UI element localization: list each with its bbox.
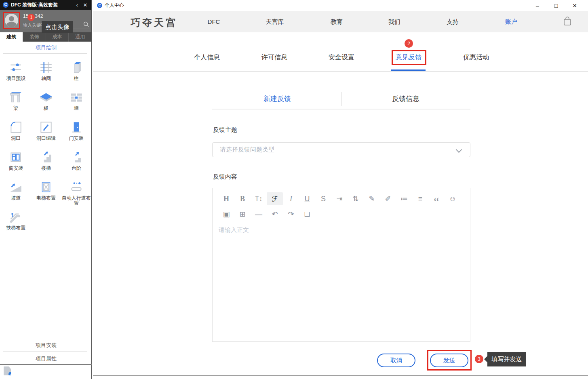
elevator-layout-icon: [39, 180, 53, 194]
nav-item-tiangong-library[interactable]: 天宫库: [266, 18, 284, 26]
feedback-topic-select[interactable]: 请选择反馈问题类型: [212, 142, 470, 157]
tool-stairs[interactable]: 楼梯: [31, 146, 61, 176]
tool-label: 窗安装: [8, 166, 23, 171]
line-height-icon[interactable]: ⇅: [348, 192, 364, 205]
stairs-icon: [39, 150, 53, 164]
search-icon[interactable]: [83, 21, 89, 27]
collapse-panel-button[interactable]: ‹: [74, 2, 80, 8]
indent-icon[interactable]: ⇥: [331, 192, 348, 205]
tab-security-settings[interactable]: 安全设置: [329, 53, 354, 62]
document-settings-icon[interactable]: [4, 366, 11, 375]
tool-slab[interactable]: 板: [31, 86, 61, 116]
tool-beam[interactable]: 梁: [1, 86, 31, 116]
bold-icon[interactable]: B: [234, 192, 251, 205]
tab-cost[interactable]: 成本: [46, 32, 69, 42]
footer-item-project-install[interactable]: 项目安装: [0, 342, 92, 349]
send-button[interactable]: 发送: [430, 354, 468, 367]
window-install-icon: [8, 150, 23, 164]
app-title: DFC 装饰版-高效套装: [11, 2, 58, 8]
align-icon[interactable]: ≡: [412, 192, 428, 205]
tool-project-preset[interactable]: 项目预设: [1, 57, 31, 86]
tool-label: 楼梯: [41, 166, 51, 171]
app-logo-icon: C: [3, 2, 8, 8]
tab-personal-info[interactable]: 个人信息: [194, 53, 220, 62]
rich-text-editor: H B T↕ ℱ I U S ⇥ ⇅ ✎ ✐ ≔ ≡ “ ☺ ▣ ⊞ — ↶: [212, 188, 470, 342]
close-panel-button[interactable]: ✕: [82, 2, 89, 8]
close-button[interactable]: ✕: [565, 2, 584, 9]
image-icon[interactable]: ▣: [218, 208, 234, 221]
underline-icon[interactable]: U: [299, 192, 315, 205]
tool-wall[interactable]: 墙: [61, 86, 91, 116]
nav-item-support[interactable]: 支持: [447, 18, 459, 26]
tool-window-install[interactable]: 窗安装: [1, 146, 31, 176]
tab-promotions[interactable]: 优惠活动: [463, 53, 489, 62]
nav-item-education[interactable]: 教育: [331, 18, 343, 26]
table-icon[interactable]: ⊞: [234, 208, 251, 221]
steps-icon: [69, 150, 84, 164]
escalator-layout-icon: [8, 210, 23, 224]
tab-general[interactable]: 通用: [69, 32, 91, 42]
moving-walkway-icon: [69, 180, 84, 194]
tool-moving-walkway-layout[interactable]: 自动人行道布置: [61, 176, 91, 206]
subtab-underline: [212, 109, 470, 109]
divider: [3, 53, 87, 54]
window-titlebar: C 个人中心 – □ ✕: [93, 0, 588, 11]
avatar-annotation-box: [3, 12, 20, 29]
fullscreen-icon[interactable]: ❏: [299, 208, 315, 221]
tool-label: 洞口编辑: [36, 136, 56, 141]
tool-opening[interactable]: 洞口: [1, 116, 31, 146]
shopping-bag-icon[interactable]: [563, 16, 572, 27]
horizontal-rule-icon[interactable]: —: [251, 208, 267, 221]
divider: [3, 351, 87, 352]
emoji-icon[interactable]: ☺: [445, 192, 461, 205]
tool-opening-edit[interactable]: 洞口编辑: [31, 116, 61, 146]
user-section: 15342 1 点击头像: [0, 10, 91, 32]
nav-item-account[interactable]: 账户: [505, 18, 517, 26]
tool-column[interactable]: 柱: [61, 57, 91, 86]
tool-escalator-layout[interactable]: 扶梯布置: [1, 206, 31, 236]
blockquote-icon[interactable]: “: [428, 190, 445, 208]
font-size-icon[interactable]: T↕: [251, 192, 267, 205]
editor-content-area[interactable]: 请输入正文: [213, 221, 470, 339]
tool-ramp[interactable]: 坡道: [1, 176, 31, 206]
redo-icon[interactable]: ↷: [283, 208, 299, 221]
tool-label: 自动人行道布置: [62, 196, 91, 206]
avatar[interactable]: [5, 14, 18, 27]
cancel-button[interactable]: 取消: [377, 354, 415, 367]
tool-label: 扶梯布置: [6, 225, 25, 231]
format-brush-icon[interactable]: ✐: [380, 192, 396, 205]
account-tabs: 个人信息 许可信息 安全设置 意见反馈 优惠活动 2: [93, 32, 588, 72]
strikethrough-icon[interactable]: S: [315, 192, 331, 205]
tool-label: 柱: [74, 76, 79, 81]
nav-item-dfc[interactable]: DFC: [208, 18, 220, 25]
heading-icon[interactable]: H: [218, 192, 234, 205]
active-tab-underline: [391, 69, 426, 71]
italic-icon[interactable]: I: [283, 192, 299, 205]
tool-elevator-layout[interactable]: 电梯布置: [31, 176, 61, 206]
tool-label: 洞口: [11, 136, 21, 141]
tool-label: 门安装: [69, 136, 84, 141]
minimize-button[interactable]: –: [528, 2, 547, 9]
nav-item-about-us[interactable]: 我们: [388, 18, 400, 26]
maximize-button[interactable]: □: [547, 2, 565, 9]
feedback-content-label: 反馈内容: [213, 173, 237, 181]
screen: C DFC 装饰版-高效套装 ‹ ✕ 15342 1 点击头像: [0, 0, 588, 379]
pen-icon[interactable]: ✎: [364, 192, 380, 205]
subtab-divider: [341, 92, 342, 106]
bullet-list-icon[interactable]: ≔: [396, 192, 412, 205]
window-title: 个人中心: [105, 2, 124, 9]
tab-architecture[interactable]: 建筑: [0, 32, 23, 42]
footer-item-project-properties[interactable]: 项目属性: [0, 355, 92, 362]
tool-door-install[interactable]: 门安装: [61, 116, 91, 146]
subtab-feedback-info[interactable]: 反馈信息: [392, 94, 419, 103]
tool-steps[interactable]: 台阶: [61, 146, 91, 176]
editor-toolbar-row1: H B T↕ ℱ I U S ⇥ ⇅ ✎ ✐ ≔ ≡ “ ☺: [213, 188, 470, 207]
tab-feedback[interactable]: 意见反馈: [396, 53, 422, 62]
tool-axis-grid[interactable]: 轴网: [31, 57, 61, 86]
category-tabs: 建筑 装饰 成本 通用: [0, 32, 91, 42]
tab-license-info[interactable]: 许可信息: [261, 53, 287, 62]
subtab-new-feedback[interactable]: 新建反馈: [263, 94, 291, 103]
font-family-icon[interactable]: ℱ: [267, 192, 283, 205]
undo-icon[interactable]: ↶: [267, 208, 283, 221]
tab-decoration[interactable]: 装饰: [23, 32, 46, 42]
